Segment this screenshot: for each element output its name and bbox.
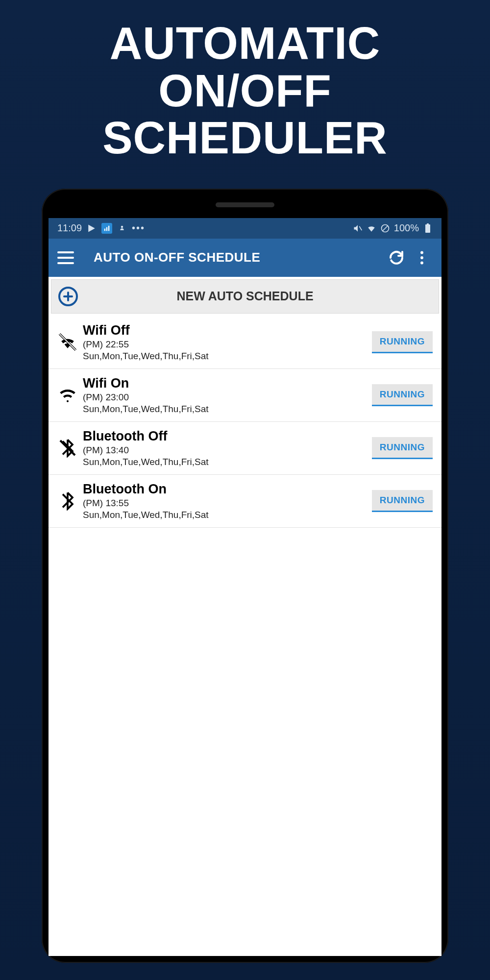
wifi-status-icon: [367, 223, 376, 233]
svg-rect-1: [106, 227, 107, 231]
running-status-button[interactable]: RUNNING: [372, 490, 433, 512]
running-status-button[interactable]: RUNNING: [372, 331, 433, 353]
schedule-time: (PM) 23:00: [83, 392, 372, 403]
promo-line1: AUTOMATIC: [110, 18, 380, 68]
schedule-title: Wifi Off: [83, 323, 372, 338]
schedule-body: Bluetooth Off (PM) 13:40 Sun,Mon,Tue,Wed…: [83, 429, 372, 467]
promo-headline: AUTOMATIC ON/OFF SCHEDULER: [102, 20, 387, 162]
status-right: 100%: [353, 222, 433, 234]
schedule-days: Sun,Mon,Tue,Wed,Thu,Fri,Sat: [83, 404, 372, 415]
phone-frame: 11:09 •••: [42, 189, 448, 963]
schedule-time: (PM) 13:55: [83, 498, 372, 509]
status-left: 11:09 •••: [57, 222, 145, 234]
running-status-button[interactable]: RUNNING: [372, 384, 433, 406]
schedule-row[interactable]: Wifi On (PM) 23:00 Sun,Mon,Tue,Wed,Thu,F…: [49, 369, 441, 422]
schedule-time: (PM) 13:40: [83, 445, 372, 456]
promo-line3: SCHEDULER: [102, 113, 387, 163]
schedule-row[interactable]: Bluetooth Off (PM) 13:40 Sun,Mon,Tue,Wed…: [49, 422, 441, 475]
phone-speaker: [216, 202, 274, 207]
schedule-body: Bluetooth On (PM) 13:55 Sun,Mon,Tue,Wed,…: [83, 482, 372, 520]
battery-icon: [423, 223, 433, 233]
promo-line2: ON/OFF: [158, 66, 332, 116]
wifi-off-icon: [52, 331, 83, 353]
running-status-button[interactable]: RUNNING: [372, 437, 433, 459]
no-sim-icon: [380, 223, 390, 233]
svg-rect-2: [108, 226, 109, 231]
schedule-title: Wifi On: [83, 376, 372, 391]
wifi-on-icon: [52, 384, 83, 406]
status-time: 11:09: [57, 222, 82, 234]
bluetooth-on-icon: [52, 491, 83, 511]
menu-button[interactable]: [57, 251, 74, 264]
play-store-icon: [87, 223, 97, 233]
svg-point-11: [420, 261, 423, 264]
schedule-title: Bluetooth On: [83, 482, 372, 497]
svg-line-6: [383, 226, 388, 231]
more-notifications-icon: •••: [132, 222, 145, 234]
schedule-body: Wifi Off (PM) 22:55 Sun,Mon,Tue,Wed,Thu,…: [83, 323, 372, 362]
schedule-row[interactable]: Wifi Off (PM) 22:55 Sun,Mon,Tue,Wed,Thu,…: [49, 316, 441, 369]
battery-percent: 100%: [394, 222, 419, 234]
svg-rect-8: [427, 223, 429, 224]
analytics-icon: [101, 223, 112, 234]
new-schedule-button[interactable]: NEW AUTO SCHEDULE: [51, 279, 439, 314]
svg-line-4: [359, 226, 362, 230]
new-schedule-label: NEW AUTO SCHEDULE: [58, 289, 432, 303]
status-bar: 11:09 •••: [49, 218, 441, 239]
refresh-button[interactable]: [386, 247, 407, 269]
schedule-days: Sun,Mon,Tue,Wed,Thu,Fri,Sat: [83, 510, 372, 520]
svg-rect-0: [104, 228, 105, 231]
svg-point-10: [420, 256, 423, 259]
app-notification-icon: [117, 223, 127, 233]
app-title: AUTO ON-OFF SCHEDULE: [94, 250, 382, 265]
schedule-body: Wifi On (PM) 23:00 Sun,Mon,Tue,Wed,Thu,F…: [83, 376, 372, 415]
svg-point-3: [121, 226, 123, 228]
schedule-days: Sun,Mon,Tue,Wed,Thu,Fri,Sat: [83, 351, 372, 362]
schedule-time: (PM) 22:55: [83, 339, 372, 350]
svg-rect-7: [425, 224, 430, 233]
app-bar: AUTO ON-OFF SCHEDULE: [49, 239, 441, 277]
mute-icon: [353, 223, 363, 233]
schedule-title: Bluetooth Off: [83, 429, 372, 444]
more-options-button[interactable]: [411, 247, 433, 269]
schedule-list: Wifi Off (PM) 22:55 Sun,Mon,Tue,Wed,Thu,…: [49, 316, 441, 528]
svg-point-9: [420, 251, 423, 254]
phone-screen: 11:09 •••: [49, 218, 441, 956]
bluetooth-off-icon: [52, 438, 83, 458]
schedule-row[interactable]: Bluetooth On (PM) 13:55 Sun,Mon,Tue,Wed,…: [49, 475, 441, 528]
schedule-days: Sun,Mon,Tue,Wed,Thu,Fri,Sat: [83, 457, 372, 467]
